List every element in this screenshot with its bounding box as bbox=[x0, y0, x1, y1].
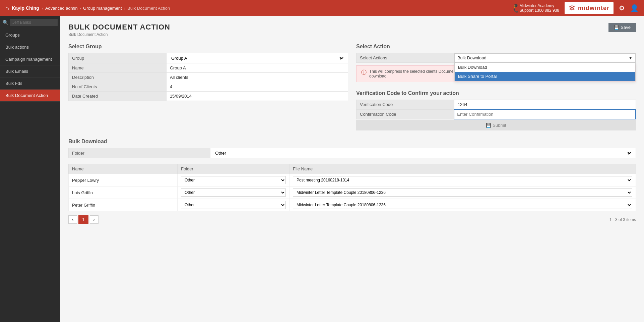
folder-select-2[interactable]: Other Personal Business bbox=[181, 201, 286, 209]
table-row: Peter Griffin Other Personal Business Mi… bbox=[69, 199, 636, 211]
search-input[interactable] bbox=[10, 19, 58, 26]
info-icon: ⓘ bbox=[361, 69, 367, 76]
submit-button[interactable]: 💾 Submit bbox=[356, 120, 636, 130]
group-form-table: Group Group A ▼ Name Group A bbox=[68, 53, 348, 101]
submit-icon: 💾 bbox=[486, 123, 491, 128]
support-label: 📞 Support 1300 882 938 bbox=[513, 8, 559, 13]
client-table-header: Name Folder File Name bbox=[69, 164, 636, 174]
academy-label: 🎓 Midwinter Academy bbox=[513, 3, 559, 8]
confirm-code-row: Confirmation Code bbox=[357, 109, 636, 119]
save-button[interactable]: 💾 Save bbox=[608, 23, 636, 32]
sidebar-item-bulk-document-action[interactable]: Bulk Document Action bbox=[0, 90, 60, 102]
group-select[interactable]: Group A bbox=[170, 55, 344, 61]
breadcrumb-sep2: › bbox=[124, 6, 125, 11]
page-subtitle: Bulk Document Action bbox=[68, 32, 636, 37]
breadcrumb-sep1: › bbox=[80, 6, 81, 11]
table-row: Pepper Lowry Other Personal Business Pos… bbox=[69, 174, 636, 186]
breadcrumb-current: Bulk Document Action bbox=[127, 6, 170, 11]
page-title: BULK DOCUMENT ACTION bbox=[68, 23, 636, 32]
client-name-0: Pepper Lowry bbox=[69, 174, 178, 186]
page-header: 💾 Save BULK DOCUMENT ACTION Bulk Documen… bbox=[68, 23, 636, 37]
main-layout: 🔍 Groups Bulk actions Campaign managemen… bbox=[0, 16, 644, 322]
action-row: Select Actions Bulk Download ▼ Bulk Down… bbox=[357, 53, 636, 63]
select-actions-label: Select Actions bbox=[357, 53, 454, 63]
action-dropdown-cell: Bulk Download ▼ Bulk Download Bulk Share… bbox=[454, 53, 636, 63]
col-filename: File Name bbox=[289, 164, 636, 174]
folder-label: Folder bbox=[69, 148, 210, 158]
academy-info: 🎓 Midwinter Academy 📞 Support 1300 882 9… bbox=[513, 3, 559, 13]
sidebar-item-bulk-emails[interactable]: Bulk Emails bbox=[0, 65, 60, 77]
bulk-download-title: Bulk Download bbox=[68, 139, 636, 145]
group-label: Group bbox=[69, 53, 167, 63]
main-content: 💾 Save BULK DOCUMENT ACTION Bulk Documen… bbox=[60, 16, 644, 322]
col-name: Name bbox=[69, 164, 178, 174]
filename-select-0[interactable]: Post meeting 20160218-1014 bbox=[293, 176, 632, 184]
date-created-value: 15/09/2014 bbox=[166, 92, 348, 101]
breadcrumb: › Advanced admin › Group management › Bu… bbox=[42, 6, 170, 11]
verification-table: Verification Code 1264 Confirmation Code bbox=[356, 100, 636, 119]
sidebar-item-bulk-fds[interactable]: Bulk Fds bbox=[0, 77, 60, 90]
home-icon[interactable]: ⌂ bbox=[5, 5, 9, 12]
folder-select-1[interactable]: Other Personal Business bbox=[181, 189, 286, 197]
action-option-bulk-download[interactable]: Bulk Download bbox=[455, 63, 635, 72]
description-label: Description bbox=[69, 73, 167, 82]
bulk-download-section: Bulk Download Folder Other Personal Busi… bbox=[68, 139, 636, 228]
col-folder: Folder bbox=[178, 164, 289, 174]
no-clients-value: 4 bbox=[166, 82, 348, 92]
client-folder-1: Other Personal Business bbox=[178, 186, 289, 199]
folder-row: Folder Other Personal Business ▼ bbox=[69, 148, 636, 158]
folder-select-0[interactable]: Other Personal Business bbox=[181, 176, 286, 184]
breadcrumb-chevron: › bbox=[42, 6, 43, 11]
description-value: All clients bbox=[166, 73, 348, 82]
next-page-button[interactable]: › bbox=[90, 215, 99, 224]
search-icon: 🔍 bbox=[3, 20, 8, 25]
client-table-body: Pepper Lowry Other Personal Business Pos… bbox=[69, 174, 636, 211]
verif-code-row: Verification Code 1264 bbox=[357, 100, 636, 110]
confirm-code-label: Confirmation Code bbox=[357, 109, 454, 119]
sidebar-item-campaign[interactable]: Campaign management bbox=[0, 53, 60, 65]
client-filename-2: Midwinter Letter Template Couple 2018080… bbox=[289, 199, 636, 211]
page-1-button[interactable]: 1 bbox=[78, 215, 88, 224]
filename-select-1[interactable]: Midwinter Letter Template Couple 2018080… bbox=[293, 189, 632, 197]
action-option-bulk-share[interactable]: Bulk Share to Portal bbox=[455, 72, 635, 81]
folder-value-cell: Other Personal Business ▼ bbox=[210, 148, 636, 158]
client-filename-0: Post meeting 20160218-1014 bbox=[289, 174, 636, 186]
client-filename-1: Midwinter Letter Template Couple 2018080… bbox=[289, 186, 636, 199]
select-group-title: Select Group bbox=[68, 44, 348, 50]
snowflake-icon: ❄ bbox=[569, 3, 575, 13]
confirm-code-cell bbox=[454, 109, 636, 119]
folder-select-wrapper: Other Personal Business ▼ bbox=[214, 150, 632, 156]
name-label: Name bbox=[69, 63, 167, 73]
sidebar-item-bulk-actions[interactable]: Bulk actions bbox=[0, 41, 60, 53]
date-created-label: Date Created bbox=[69, 92, 167, 101]
no-clients-label: No of Clients bbox=[69, 82, 167, 92]
filename-select-2[interactable]: Midwinter Letter Template Couple 2018080… bbox=[293, 201, 632, 209]
group-select-wrapper: Group A ▼ bbox=[170, 55, 344, 61]
sidebar-item-groups[interactable]: Groups bbox=[0, 29, 60, 41]
client-name-1: Lois Griffin bbox=[69, 186, 178, 199]
pagination: ‹ 1 › 1 - 3 of 3 items bbox=[68, 211, 636, 228]
user-icon[interactable]: 👤 bbox=[630, 4, 639, 12]
gear-icon[interactable]: ⚙ bbox=[619, 4, 625, 12]
breadcrumb-advanced-admin[interactable]: Advanced admin bbox=[45, 6, 78, 11]
action-dropdown-menu: Bulk Download Bulk Share to Portal bbox=[454, 62, 636, 81]
nav-right: 🎓 Midwinter Academy 📞 Support 1300 882 9… bbox=[513, 2, 639, 14]
select-action-section: Select Action Select Actions Bulk Downlo… bbox=[356, 44, 636, 130]
confirmation-input[interactable] bbox=[456, 110, 634, 118]
sidebar: 🔍 Groups Bulk actions Campaign managemen… bbox=[0, 16, 60, 322]
verif-code-value: 1264 bbox=[454, 100, 636, 110]
prev-page-button[interactable]: ‹ bbox=[68, 215, 77, 224]
action-dropdown-trigger[interactable]: Bulk Download ▼ bbox=[454, 53, 636, 62]
table-row: Lois Griffin Other Personal Business Mid… bbox=[69, 186, 636, 199]
user-name: Kayip Ching bbox=[12, 5, 39, 11]
two-column-section: Select Group Group Group A ▼ bbox=[68, 44, 636, 130]
select-action-title: Select Action bbox=[356, 44, 636, 50]
folder-select[interactable]: Other Personal Business bbox=[214, 150, 632, 156]
client-list-table: Name Folder File Name Pepper Lowry Other… bbox=[68, 164, 636, 211]
client-name-2: Peter Griffin bbox=[69, 199, 178, 211]
action-dropdown-container: Bulk Download ▼ Bulk Download Bulk Share… bbox=[454, 53, 636, 62]
breadcrumb-group-management[interactable]: Group management bbox=[83, 6, 122, 11]
brand-logo: ❄ midwinter bbox=[565, 2, 614, 14]
client-folder-2: Other Personal Business bbox=[178, 199, 289, 211]
name-value: Group A bbox=[166, 63, 348, 73]
